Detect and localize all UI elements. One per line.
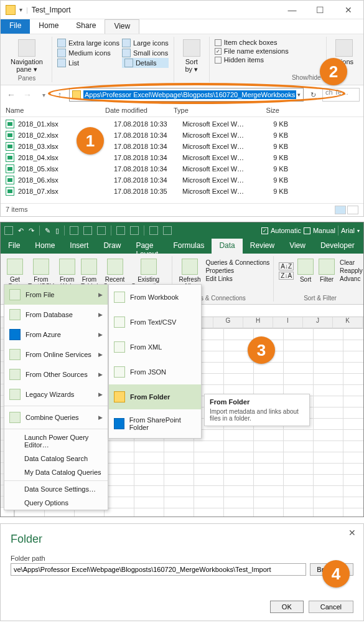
- tab-home[interactable]: Home: [30, 19, 67, 34]
- col-header[interactable]: G: [213, 317, 243, 328]
- menu-data-catalog-search[interactable]: Data Catalog Search: [4, 452, 108, 465]
- submenu-from-xml[interactable]: From XML: [109, 335, 201, 359]
- menu-from-other[interactable]: From Other Sources▶: [4, 364, 108, 384]
- file-row[interactable]: 2018_01.xlsx17.08.2018 10:33Microsoft Ex…: [6, 118, 358, 130]
- reapply-button[interactable]: Reapply: [340, 267, 363, 275]
- nav-recent-dropdown[interactable]: ▾: [37, 88, 50, 102]
- address-dropdown-icon[interactable]: ▾: [297, 92, 301, 98]
- tab-view[interactable]: View: [105, 19, 139, 34]
- queries-connections-button[interactable]: Queries & Connections: [205, 259, 269, 267]
- menu-combine-queries[interactable]: Combine Queries▶: [4, 407, 108, 427]
- cancel-button[interactable]: Cancel: [309, 601, 353, 613]
- qat-icon[interactable]: ▯: [55, 227, 59, 235]
- nav-back-button[interactable]: ←: [4, 88, 18, 102]
- nav-up-button[interactable]: ↑: [53, 88, 67, 102]
- tab-page-layout[interactable]: Page Layout: [128, 239, 166, 254]
- sort-az-button[interactable]: A↓Z: [279, 262, 294, 271]
- view-extra-large[interactable]: Extra large icons: [57, 38, 119, 48]
- qat-arrow[interactable]: ▾: [19, 6, 22, 13]
- qat-icon[interactable]: [70, 226, 78, 235]
- file-row[interactable]: 2018_04.xlsx17.08.2018 10:34Microsoft Ex…: [6, 152, 358, 163]
- menu-from-online[interactable]: From Online Services▶: [4, 345, 108, 364]
- submenu-from-sharepoint[interactable]: From SharePoint Folder: [109, 409, 201, 438]
- clear-filter-button[interactable]: Clear: [340, 259, 363, 267]
- file-row[interactable]: 2018_05.xlsx17.08.2018 10:34Microsoft Ex…: [6, 163, 358, 174]
- file-row[interactable]: 2018_03.xlsx17.08.2018 10:34Microsoft Ex…: [6, 141, 358, 152]
- col-size[interactable]: Size: [242, 107, 279, 114]
- col-name[interactable]: Name: [6, 107, 105, 114]
- nav-forward-button[interactable]: →: [21, 88, 34, 102]
- col-date[interactable]: Date modified: [105, 107, 174, 114]
- col-type[interactable]: Type: [174, 107, 242, 114]
- tab-developer[interactable]: Developer: [313, 239, 362, 254]
- tab-file[interactable]: File: [1, 19, 30, 34]
- menu-launch-pq-editor[interactable]: Launch Power Query Editor…: [4, 431, 108, 452]
- file-extensions[interactable]: ✓File name extensions: [215, 47, 321, 55]
- edit-links-button[interactable]: Edit Links: [205, 275, 269, 283]
- maximize-button[interactable]: ☐: [306, 1, 334, 19]
- menu-from-database[interactable]: From Database▶: [4, 305, 108, 325]
- sort-za-button[interactable]: Z↓A: [279, 271, 294, 280]
- search-input[interactable]: ch Te…: [322, 88, 360, 102]
- undo-icon[interactable]: ↶: [18, 227, 24, 235]
- qat-icon[interactable]: [83, 226, 92, 235]
- view-details[interactable]: Details: [122, 58, 169, 68]
- qat-icon[interactable]: [163, 226, 172, 235]
- address-input[interactable]: [83, 90, 296, 99]
- submenu-from-folder[interactable]: From Folder: [109, 384, 201, 409]
- menu-query-options[interactable]: Query Options: [4, 496, 108, 510]
- tab-insert[interactable]: Insert: [62, 239, 96, 254]
- file-row[interactable]: 2018_07.xlsx17.08.2018 10:35Microsoft Ex…: [6, 186, 358, 197]
- close-button[interactable]: ✕: [334, 1, 362, 19]
- properties-button[interactable]: Properties: [205, 267, 269, 275]
- menu-from-file[interactable]: From File▶: [4, 285, 108, 305]
- view-list[interactable]: List: [57, 58, 119, 68]
- qat-icon[interactable]: [97, 226, 106, 235]
- tab-share[interactable]: Share: [67, 19, 105, 34]
- navigation-pane-button[interactable]: Navigation pane ▾: [7, 38, 47, 75]
- manual-checkbox[interactable]: [304, 227, 310, 234]
- tab-data[interactable]: Data: [212, 239, 242, 254]
- tab-truncated[interactable]: PR: [362, 239, 364, 254]
- menu-my-catalog-queries[interactable]: My Data Catalog Queries: [4, 465, 108, 479]
- minimize-button[interactable]: —: [278, 1, 306, 19]
- qat-icon[interactable]: [116, 226, 125, 235]
- tab-formulas[interactable]: Formulas: [166, 239, 212, 254]
- address-bar[interactable]: ▾: [69, 88, 304, 102]
- submenu-from-workbook[interactable]: From Workbook: [109, 285, 201, 310]
- qat-icon[interactable]: ✎: [45, 227, 50, 235]
- col-header[interactable]: I: [273, 317, 303, 328]
- view-small[interactable]: Small icons: [122, 48, 169, 58]
- menu-from-azure[interactable]: From Azure▶: [4, 325, 108, 345]
- file-row[interactable]: 2018_02.xlsx17.08.2018 10:34Microsoft Ex…: [6, 130, 358, 141]
- qat-icon[interactable]: [149, 226, 158, 235]
- hidden-items[interactable]: Hidden items: [215, 55, 321, 64]
- tab-home[interactable]: Home: [27, 239, 62, 254]
- view-medium[interactable]: Medium icons: [57, 48, 119, 58]
- item-checkboxes[interactable]: Item check boxes: [215, 38, 321, 47]
- sort-by-button[interactable]: Sort by ▾: [179, 38, 204, 75]
- filter-button[interactable]: Filter: [316, 257, 337, 284]
- tab-view-excel[interactable]: View: [282, 239, 313, 254]
- titlebar[interactable]: ▾ | Test_Import — ☐ ✕: [1, 1, 363, 19]
- file-row[interactable]: 2018_06.xlsx17.08.2018 10:34Microsoft Ex…: [6, 174, 358, 186]
- icons-view-toggle[interactable]: [347, 206, 358, 214]
- advanced-button[interactable]: Advanc: [340, 275, 363, 283]
- submenu-from-textcsv[interactable]: From Text/CSV: [109, 310, 201, 335]
- details-view-toggle[interactable]: [335, 206, 346, 214]
- view-large[interactable]: Large icons: [122, 38, 169, 48]
- sort-button[interactable]: Sort: [295, 257, 316, 284]
- menu-legacy-wizards[interactable]: Legacy Wizards▶: [4, 384, 108, 404]
- font-selector[interactable]: Arial: [341, 227, 355, 234]
- dialog-close-button[interactable]: ✕: [345, 528, 360, 540]
- refresh-button[interactable]: ↻: [306, 91, 320, 99]
- tab-review[interactable]: Review: [243, 239, 282, 254]
- menu-data-source-settings[interactable]: Data Source Settings…: [4, 482, 108, 496]
- col-header[interactable]: H: [243, 317, 273, 328]
- ok-button[interactable]: OK: [270, 601, 304, 613]
- save-icon[interactable]: [4, 226, 13, 235]
- submenu-from-json[interactable]: From JSON: [109, 359, 201, 384]
- qat-icon[interactable]: [130, 226, 139, 235]
- folder-path-input[interactable]: [11, 563, 306, 576]
- col-header[interactable]: K: [333, 317, 363, 328]
